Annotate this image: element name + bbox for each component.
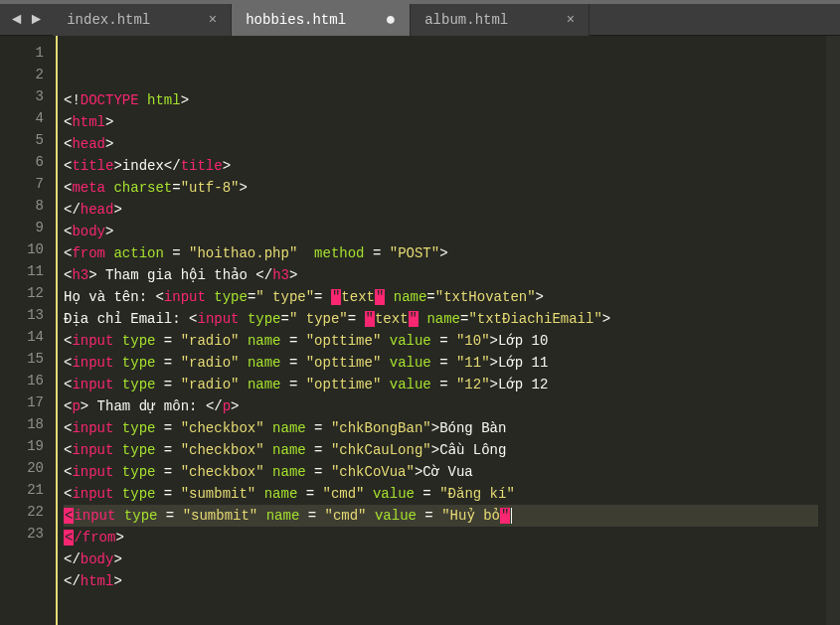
- line-number: 3: [6, 85, 44, 107]
- code-line[interactable]: <input type = "radio" name = "opttime" v…: [64, 352, 818, 374]
- line-number: 14: [6, 326, 44, 348]
- code-line[interactable]: <body>: [64, 221, 818, 242]
- code-line[interactable]: <input type = "radio" name = "opttime" v…: [64, 374, 818, 395]
- line-number: 21: [6, 479, 44, 501]
- code-line[interactable]: <h3> Tham gia hội thảo </h3>: [64, 264, 818, 286]
- line-number: 2: [6, 64, 44, 85]
- line-number: 15: [6, 348, 44, 370]
- line-number: 4: [6, 107, 44, 129]
- tab-nav-arrows: ◄ ►: [0, 11, 53, 29]
- code-line[interactable]: <input type = "sumbmit" name = "cmd" val…: [64, 483, 818, 505]
- tab-album-html[interactable]: album.html ×: [411, 4, 589, 36]
- line-number: 6: [6, 151, 44, 173]
- code-line[interactable]: </head>: [64, 199, 818, 221]
- line-number: 13: [6, 304, 44, 326]
- code-line[interactable]: Họ và tên: <input type=" type"= "text" n…: [64, 286, 818, 308]
- code-line[interactable]: </html>: [64, 570, 818, 592]
- code-line[interactable]: </from>: [64, 527, 818, 548]
- code-line[interactable]: <input type = "checkbox" name = "chkBong…: [64, 417, 818, 439]
- line-number: 19: [6, 435, 44, 457]
- line-number: 7: [6, 173, 44, 195]
- tab-bar: ◄ ► index.html × hobbies.html ● album.ht…: [0, 4, 840, 36]
- tab-label: hobbies.html: [246, 12, 346, 28]
- tab-label: album.html: [424, 12, 508, 28]
- line-number: 23: [6, 523, 44, 545]
- line-number: 18: [6, 413, 44, 435]
- line-number: 20: [6, 457, 44, 479]
- line-number: 16: [6, 370, 44, 391]
- line-number: 1: [6, 42, 44, 64]
- code-line[interactable]: Địa chỉ Email: <input type=" type"= "tex…: [64, 308, 818, 330]
- code-line[interactable]: <input type = "radio" name = "opttime" v…: [64, 330, 818, 352]
- code-content[interactable]: <!DOCTYPE html><html><head><title>index<…: [56, 36, 826, 625]
- code-line[interactable]: <meta charset="utf-8">: [64, 177, 818, 199]
- close-icon[interactable]: ×: [567, 12, 575, 28]
- tab-index-html[interactable]: index.html ×: [53, 4, 232, 36]
- line-number: 22: [6, 501, 44, 523]
- close-icon[interactable]: ×: [209, 12, 217, 28]
- code-line[interactable]: <title>index</title>: [64, 155, 818, 177]
- line-number: 12: [6, 282, 44, 304]
- code-line[interactable]: <!DOCTYPE html>: [64, 89, 818, 111]
- dirty-indicator-icon: ●: [385, 10, 396, 30]
- tab-hobbies-html[interactable]: hobbies.html ●: [232, 4, 411, 36]
- tab-label: index.html: [67, 12, 150, 28]
- code-line[interactable]: <from action = "hoithao.php" method = "P…: [64, 242, 818, 264]
- nav-back-icon[interactable]: ◄: [12, 11, 22, 29]
- line-number: 17: [6, 391, 44, 413]
- vertical-scrollbar[interactable]: [826, 36, 840, 625]
- line-number: 10: [6, 238, 44, 260]
- nav-forward-icon[interactable]: ►: [32, 11, 42, 29]
- code-line[interactable]: <input type = "checkbox" name = "chkCoVu…: [64, 461, 818, 483]
- code-line[interactable]: <input type = "checkbox" name = "chkCauL…: [64, 439, 818, 461]
- editor-area: 1234567891011121314151617181920212223 <!…: [0, 36, 840, 625]
- code-line[interactable]: <p> Tham dự môn: </p>: [64, 395, 818, 417]
- line-number: 8: [6, 195, 44, 217]
- line-number: 11: [6, 260, 44, 282]
- code-line[interactable]: <head>: [64, 133, 818, 155]
- code-line[interactable]: </body>: [64, 548, 818, 570]
- line-number-gutter: 1234567891011121314151617181920212223: [0, 36, 56, 625]
- line-number: 9: [6, 217, 44, 238]
- code-line[interactable]: <input type = "sumbmit" name = "cmd" val…: [64, 505, 818, 527]
- line-number: 5: [6, 129, 44, 151]
- code-line[interactable]: <html>: [64, 111, 818, 133]
- fold-ruler: [56, 36, 58, 625]
